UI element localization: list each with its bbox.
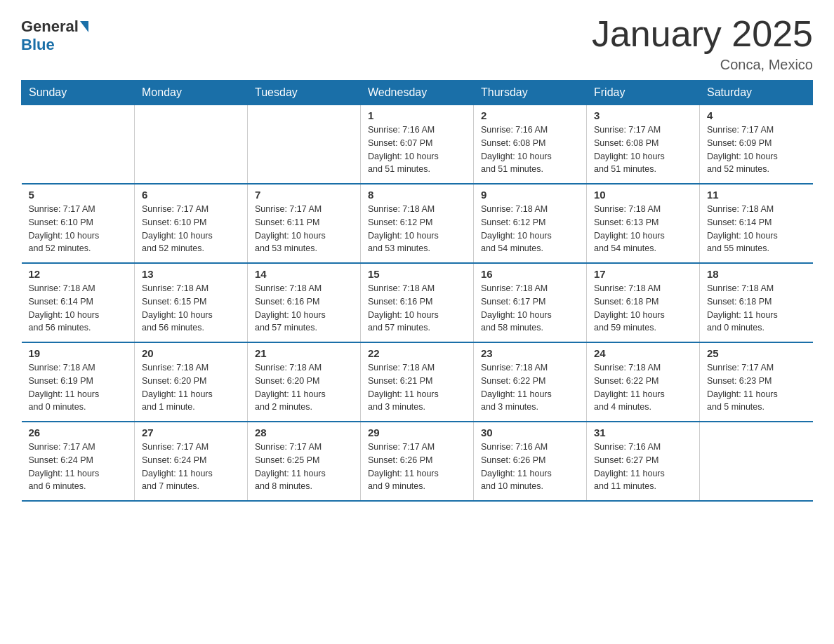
- calendar-week-row: 19Sunrise: 7:18 AM Sunset: 6:19 PM Dayli…: [22, 342, 813, 422]
- day-number: 27: [142, 427, 240, 438]
- table-row: 4Sunrise: 7:17 AM Sunset: 6:09 PM Daylig…: [700, 105, 813, 185]
- day-number: 29: [368, 427, 466, 438]
- table-row: 7Sunrise: 7:17 AM Sunset: 6:11 PM Daylig…: [248, 184, 361, 263]
- day-number: 18: [707, 268, 806, 280]
- day-info: Sunrise: 7:17 AM Sunset: 6:11 PM Dayligh…: [255, 203, 353, 255]
- table-row: 9Sunrise: 7:18 AM Sunset: 6:12 PM Daylig…: [474, 184, 587, 263]
- table-row: 24Sunrise: 7:18 AM Sunset: 6:22 PM Dayli…: [587, 342, 700, 422]
- table-row: 14Sunrise: 7:18 AM Sunset: 6:16 PM Dayli…: [248, 263, 361, 342]
- table-row: 11Sunrise: 7:18 AM Sunset: 6:14 PM Dayli…: [700, 184, 813, 263]
- table-row: 8Sunrise: 7:18 AM Sunset: 6:12 PM Daylig…: [361, 184, 474, 263]
- day-info: Sunrise: 7:17 AM Sunset: 6:10 PM Dayligh…: [142, 203, 240, 255]
- day-number: 3: [594, 109, 692, 121]
- table-row: 25Sunrise: 7:17 AM Sunset: 6:23 PM Dayli…: [700, 342, 813, 422]
- table-row: 28Sunrise: 7:17 AM Sunset: 6:25 PM Dayli…: [248, 422, 361, 501]
- weekday-header-row: Sunday Monday Tuesday Wednesday Thursday…: [22, 81, 813, 105]
- day-info: Sunrise: 7:18 AM Sunset: 6:15 PM Dayligh…: [142, 282, 240, 335]
- header-tuesday: Tuesday: [248, 81, 361, 105]
- day-info: Sunrise: 7:18 AM Sunset: 6:13 PM Dayligh…: [594, 203, 692, 255]
- logo-blue-text: Blue: [21, 36, 55, 54]
- day-info: Sunrise: 7:16 AM Sunset: 6:08 PM Dayligh…: [481, 123, 579, 176]
- page-header: General Blue January 2025 Conca, Mexico: [21, 14, 813, 73]
- day-info: Sunrise: 7:17 AM Sunset: 6:10 PM Dayligh…: [29, 203, 128, 255]
- table-row: [248, 105, 361, 185]
- day-number: 17: [594, 268, 692, 280]
- table-row: 13Sunrise: 7:18 AM Sunset: 6:15 PM Dayli…: [135, 263, 248, 342]
- table-row: 22Sunrise: 7:18 AM Sunset: 6:21 PM Dayli…: [361, 342, 474, 422]
- header-monday: Monday: [135, 81, 248, 105]
- day-number: 6: [142, 189, 240, 201]
- calendar-week-row: 26Sunrise: 7:17 AM Sunset: 6:24 PM Dayli…: [22, 422, 813, 501]
- day-info: Sunrise: 7:17 AM Sunset: 6:24 PM Dayligh…: [29, 441, 128, 493]
- day-number: 28: [255, 427, 353, 438]
- day-info: Sunrise: 7:17 AM Sunset: 6:09 PM Dayligh…: [707, 123, 806, 176]
- table-row: [22, 105, 135, 185]
- day-info: Sunrise: 7:16 AM Sunset: 6:27 PM Dayligh…: [594, 441, 692, 493]
- day-number: 1: [368, 109, 466, 121]
- day-number: 19: [29, 347, 128, 359]
- table-row: 30Sunrise: 7:16 AM Sunset: 6:26 PM Dayli…: [474, 422, 587, 501]
- day-number: 25: [707, 347, 806, 359]
- table-row: 12Sunrise: 7:18 AM Sunset: 6:14 PM Dayli…: [22, 263, 135, 342]
- calendar-week-row: 5Sunrise: 7:17 AM Sunset: 6:10 PM Daylig…: [22, 184, 813, 263]
- day-info: Sunrise: 7:18 AM Sunset: 6:20 PM Dayligh…: [142, 361, 240, 414]
- day-number: 21: [255, 347, 353, 359]
- header-friday: Friday: [587, 81, 700, 105]
- table-row: 26Sunrise: 7:17 AM Sunset: 6:24 PM Dayli…: [22, 422, 135, 501]
- table-row: 2Sunrise: 7:16 AM Sunset: 6:08 PM Daylig…: [474, 105, 587, 185]
- calendar-week-row: 1Sunrise: 7:16 AM Sunset: 6:07 PM Daylig…: [22, 105, 813, 185]
- day-info: Sunrise: 7:17 AM Sunset: 6:26 PM Dayligh…: [368, 441, 466, 493]
- month-title: January 2025: [592, 14, 813, 54]
- table-row: 29Sunrise: 7:17 AM Sunset: 6:26 PM Dayli…: [361, 422, 474, 501]
- day-info: Sunrise: 7:18 AM Sunset: 6:18 PM Dayligh…: [594, 282, 692, 335]
- day-number: 22: [368, 347, 466, 359]
- header-thursday: Thursday: [474, 81, 587, 105]
- day-number: 12: [29, 268, 128, 280]
- table-row: 27Sunrise: 7:17 AM Sunset: 6:24 PM Dayli…: [135, 422, 248, 501]
- table-row: 17Sunrise: 7:18 AM Sunset: 6:18 PM Dayli…: [587, 263, 700, 342]
- day-number: 20: [142, 347, 240, 359]
- day-number: 4: [707, 109, 806, 121]
- day-info: Sunrise: 7:18 AM Sunset: 6:12 PM Dayligh…: [368, 203, 466, 255]
- day-info: Sunrise: 7:16 AM Sunset: 6:26 PM Dayligh…: [481, 441, 579, 493]
- day-info: Sunrise: 7:16 AM Sunset: 6:07 PM Dayligh…: [368, 123, 466, 176]
- table-row: 3Sunrise: 7:17 AM Sunset: 6:08 PM Daylig…: [587, 105, 700, 185]
- day-info: Sunrise: 7:17 AM Sunset: 6:23 PM Dayligh…: [707, 361, 806, 414]
- day-number: 10: [594, 189, 692, 201]
- table-row: 20Sunrise: 7:18 AM Sunset: 6:20 PM Dayli…: [135, 342, 248, 422]
- day-info: Sunrise: 7:18 AM Sunset: 6:18 PM Dayligh…: [707, 282, 806, 335]
- day-number: 13: [142, 268, 240, 280]
- day-info: Sunrise: 7:18 AM Sunset: 6:20 PM Dayligh…: [255, 361, 353, 414]
- table-row: 1Sunrise: 7:16 AM Sunset: 6:07 PM Daylig…: [361, 105, 474, 185]
- table-row: [135, 105, 248, 185]
- day-number: 2: [481, 109, 579, 121]
- table-row: 15Sunrise: 7:18 AM Sunset: 6:16 PM Dayli…: [361, 263, 474, 342]
- day-number: 24: [594, 347, 692, 359]
- calendar-table: Sunday Monday Tuesday Wednesday Thursday…: [21, 80, 813, 502]
- location-text: Conca, Mexico: [592, 57, 813, 73]
- header-wednesday: Wednesday: [361, 81, 474, 105]
- table-row: 31Sunrise: 7:16 AM Sunset: 6:27 PM Dayli…: [587, 422, 700, 501]
- day-info: Sunrise: 7:17 AM Sunset: 6:08 PM Dayligh…: [594, 123, 692, 176]
- day-info: Sunrise: 7:18 AM Sunset: 6:21 PM Dayligh…: [368, 361, 466, 414]
- table-row: 5Sunrise: 7:17 AM Sunset: 6:10 PM Daylig…: [22, 184, 135, 263]
- day-number: 15: [368, 268, 466, 280]
- day-number: 14: [255, 268, 353, 280]
- header-saturday: Saturday: [700, 81, 813, 105]
- day-info: Sunrise: 7:17 AM Sunset: 6:25 PM Dayligh…: [255, 441, 353, 493]
- day-number: 30: [481, 427, 579, 438]
- table-row: 21Sunrise: 7:18 AM Sunset: 6:20 PM Dayli…: [248, 342, 361, 422]
- day-number: 8: [368, 189, 466, 201]
- table-row: 19Sunrise: 7:18 AM Sunset: 6:19 PM Dayli…: [22, 342, 135, 422]
- day-info: Sunrise: 7:18 AM Sunset: 6:22 PM Dayligh…: [481, 361, 579, 414]
- day-number: 16: [481, 268, 579, 280]
- day-number: 23: [481, 347, 579, 359]
- day-number: 9: [481, 189, 579, 201]
- day-info: Sunrise: 7:18 AM Sunset: 6:12 PM Dayligh…: [481, 203, 579, 255]
- table-row: 23Sunrise: 7:18 AM Sunset: 6:22 PM Dayli…: [474, 342, 587, 422]
- table-row: 10Sunrise: 7:18 AM Sunset: 6:13 PM Dayli…: [587, 184, 700, 263]
- header-sunday: Sunday: [22, 81, 135, 105]
- day-number: 11: [707, 189, 806, 201]
- day-info: Sunrise: 7:18 AM Sunset: 6:14 PM Dayligh…: [707, 203, 806, 255]
- day-info: Sunrise: 7:18 AM Sunset: 6:17 PM Dayligh…: [481, 282, 579, 335]
